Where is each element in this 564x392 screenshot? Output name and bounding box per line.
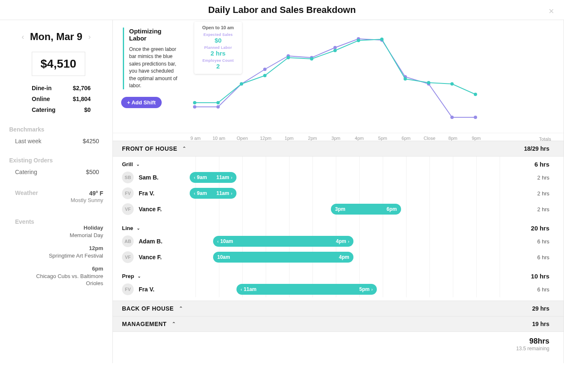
events-title: Events: [15, 218, 34, 225]
shift-bar[interactable]: 3pm6pm: [331, 204, 401, 215]
shift-row: FV Fra V. ‹9am11am› 2 hrs: [113, 185, 564, 201]
benchmarks-title: Benchmarks: [9, 126, 103, 133]
shift-bar[interactable]: 10am4pm: [213, 252, 353, 263]
avatar: FV: [122, 283, 134, 295]
main-panel: Optimizing Labor Once the green labor ba…: [113, 20, 564, 363]
optimize-block: Optimizing Labor Once the green labor ba…: [113, 28, 183, 128]
chart-tooltip: Open to 10 am Expected Sales $0 Planned …: [194, 22, 242, 74]
top-panel: Optimizing Labor Once the green labor ba…: [113, 20, 564, 128]
shift-row: FV Fra V. ‹11am5pm› 6 hrs: [113, 281, 564, 297]
avatar: SB: [122, 172, 134, 183]
existing-catering: Catering$500: [9, 167, 103, 177]
time-axis: 9 am 10 am Open 12pm 1pm 2pm 3pm 4pm 5pm…: [113, 133, 564, 141]
add-shift-button[interactable]: + Add Shift: [121, 97, 162, 108]
foh-header[interactable]: FRONT OF HOUSE ⌃ 18/29 hrs: [113, 141, 564, 157]
chevron-left-icon[interactable]: ‹: [241, 287, 242, 292]
chevron-down-icon[interactable]: ⌄: [137, 226, 140, 230]
shift-bar[interactable]: ‹9am11am›: [190, 172, 236, 183]
shift-bar[interactable]: ‹10am4pm›: [213, 236, 353, 247]
chevron-up-icon[interactable]: ⌃: [179, 306, 183, 311]
svg-point-11: [450, 116, 454, 119]
weather-row: Weather 49° F Mostly Sunny: [9, 188, 103, 206]
weather-value: 49° F Mostly Sunny: [71, 190, 103, 204]
avatar: VF: [122, 251, 134, 263]
event-item: HolidayMemorial Day: [34, 224, 103, 239]
optimize-desc: Once the green labor bar mimics the blue…: [129, 46, 178, 89]
svg-point-25: [474, 93, 477, 96]
chevron-left-icon[interactable]: ‹: [217, 239, 218, 244]
benchmark-last-week: Last week$4250: [9, 136, 103, 146]
date-picker: ‹ Mon, Mar 9 ›: [9, 31, 103, 43]
main-container: ‹ Mon, Mar 9 › $4,510 Dine-in$2,706 Onli…: [0, 20, 564, 363]
role-grill[interactable]: Grill⌄6 hrs: [113, 157, 564, 169]
avatar: VF: [122, 203, 134, 215]
prev-day-icon[interactable]: ‹: [22, 33, 24, 41]
chevron-down-icon[interactable]: ⌄: [136, 162, 140, 167]
next-day-icon[interactable]: ›: [88, 33, 91, 41]
chart: Open to 10 am Expected Sales $0 Planned …: [183, 28, 559, 128]
avatar: FV: [122, 187, 134, 199]
role-prep[interactable]: Prep⌄10 hrs: [113, 268, 564, 281]
events-list: HolidayMemorial Day 12pmSpringtime Art F…: [34, 218, 103, 287]
svg-point-12: [474, 116, 477, 119]
svg-point-22: [404, 77, 407, 81]
shift-bar[interactable]: ‹11am5pm›: [236, 284, 377, 295]
svg-point-16: [263, 74, 267, 77]
svg-point-21: [380, 38, 384, 41]
svg-point-0: [193, 105, 196, 109]
chevron-right-icon[interactable]: ›: [231, 175, 232, 180]
breakdown-dine-in: Dine-in$2,706: [9, 83, 103, 94]
employee-name: Vance F.: [139, 254, 184, 260]
shift-row: VF Vance F. 3pm6pm 2 hrs: [113, 201, 564, 217]
chevron-right-icon[interactable]: ›: [231, 191, 232, 196]
chevron-right-icon[interactable]: ›: [348, 239, 349, 244]
page-header: Daily Labor and Sales Breakdown ×: [0, 0, 564, 20]
summary: 98hrs 13.5 remaining: [113, 332, 564, 363]
event-item: 12pmSpringtime Art Festival: [34, 245, 103, 259]
event-item: 6pmChicago Cubs vs. Baltimore Orioles: [34, 265, 103, 287]
employee-name: Fra V.: [139, 190, 184, 197]
mgmt-header[interactable]: MANAGEMENT ⌃ 19 hrs: [113, 316, 564, 332]
avatar: AB: [122, 235, 134, 247]
svg-point-1: [216, 105, 220, 109]
shift-bar[interactable]: ‹9am11am›: [190, 188, 236, 199]
chevron-down-icon[interactable]: ⌄: [137, 274, 141, 278]
svg-point-19: [333, 49, 337, 52]
close-icon[interactable]: ×: [549, 6, 554, 17]
svg-point-24: [450, 82, 454, 86]
current-date: Mon, Mar 9: [30, 31, 82, 43]
svg-point-13: [193, 101, 196, 104]
svg-point-15: [240, 82, 243, 86]
shift-row: AB Adam B. ‹10am4pm› 6 hrs: [113, 233, 564, 249]
svg-point-23: [427, 81, 430, 84]
shift-row: VF Vance F. 10am4pm 6 hrs: [113, 249, 564, 265]
boh-header[interactable]: BACK OF HOUSE ⌃ 29 hrs: [113, 301, 564, 316]
breakdown-online: Online$1,804: [9, 94, 103, 104]
shift-row: SB Sam B. ‹9am11am› 2 hrs: [113, 169, 564, 185]
employee-name: Vance F.: [139, 206, 184, 212]
svg-point-20: [357, 39, 360, 42]
optimize-title: Optimizing Labor: [129, 28, 178, 42]
page-title: Daily Labor and Sales Breakdown: [208, 5, 356, 15]
existing-orders-title: Existing Orders: [9, 157, 103, 164]
breakdown-catering: Catering$0: [9, 104, 103, 115]
employee-name: Fra V.: [139, 286, 184, 293]
role-line[interactable]: Line⌄20 hrs: [113, 220, 564, 233]
chevron-up-icon[interactable]: ⌃: [172, 321, 176, 327]
svg-point-3: [263, 68, 267, 71]
svg-point-18: [310, 57, 313, 61]
svg-point-17: [287, 56, 290, 59]
weather-title: Weather: [15, 190, 38, 196]
employee-name: Sam B.: [139, 174, 184, 181]
total-sales: $4,510: [32, 52, 85, 76]
chevron-left-icon[interactable]: ‹: [194, 175, 195, 180]
chevron-left-icon[interactable]: ‹: [194, 191, 195, 196]
sidebar: ‹ Mon, Mar 9 › $4,510 Dine-in$2,706 Onli…: [0, 20, 113, 363]
chevron-up-icon[interactable]: ⌃: [182, 146, 186, 152]
totals-column-label: Totals: [539, 137, 551, 142]
svg-point-6: [333, 46, 337, 49]
schedule-area: Grill⌄6 hrs SB Sam B. ‹9am11am› 2 hrs FV…: [113, 157, 564, 297]
svg-point-14: [216, 101, 220, 104]
employee-name: Adam B.: [139, 238, 184, 245]
chevron-right-icon[interactable]: ›: [371, 287, 373, 292]
